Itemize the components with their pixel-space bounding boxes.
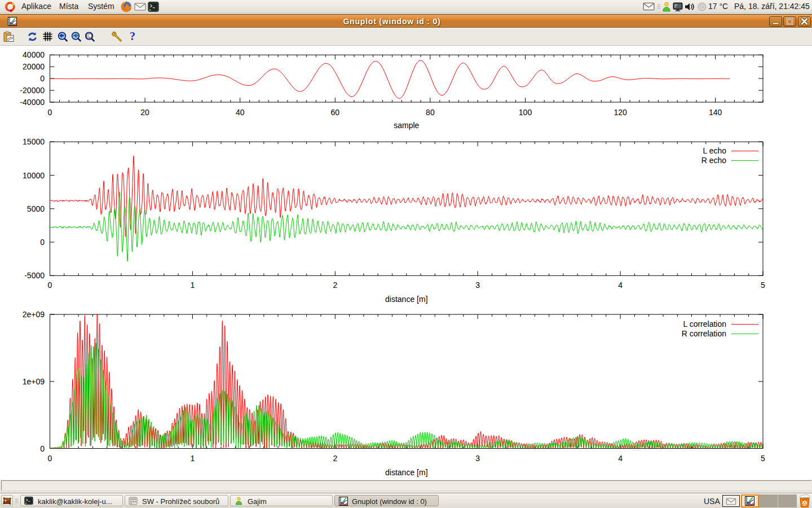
svg-text:-40000: -40000 (20, 98, 45, 107)
svg-text:2: 2 (333, 281, 337, 290)
svg-text:2: 2 (333, 454, 337, 463)
svg-text:1: 1 (191, 281, 195, 290)
svg-text:0: 0 (40, 444, 45, 453)
svg-text:R echo: R echo (701, 156, 727, 165)
svg-text:20: 20 (140, 108, 149, 117)
svg-text:0: 0 (40, 74, 45, 83)
svg-text:120: 120 (614, 108, 627, 117)
svg-text:sample: sample (394, 121, 419, 130)
svg-text:15000: 15000 (23, 137, 45, 146)
svg-text:140: 140 (709, 108, 722, 117)
svg-text:L correlation: L correlation (683, 319, 726, 329)
svg-text:0: 0 (40, 238, 45, 247)
svg-text:0: 0 (48, 281, 52, 290)
svg-text:1e+09: 1e+09 (23, 377, 45, 386)
svg-text:4: 4 (618, 281, 623, 290)
svg-text:-5000: -5000 (24, 271, 45, 280)
svg-text:60: 60 (331, 108, 340, 117)
svg-text:4: 4 (618, 454, 623, 463)
svg-text:L echo: L echo (703, 146, 726, 155)
svg-text:40: 40 (236, 108, 245, 117)
svg-text:R correlation: R correlation (682, 329, 726, 338)
svg-text:20000: 20000 (23, 62, 45, 71)
svg-text:-20000: -20000 (20, 86, 45, 95)
svg-text:0: 0 (48, 454, 52, 463)
svg-text:2e+09: 2e+09 (23, 310, 45, 319)
svg-text:3: 3 (475, 454, 480, 463)
svg-text:0: 0 (48, 108, 52, 117)
svg-text:distance [m]: distance [m] (385, 468, 427, 477)
svg-text:100: 100 (519, 108, 532, 117)
svg-text:1: 1 (191, 454, 195, 463)
svg-text:5000: 5000 (27, 204, 45, 213)
svg-text:5: 5 (761, 281, 765, 290)
svg-text:5: 5 (761, 454, 765, 463)
svg-text:10000: 10000 (23, 171, 45, 180)
svg-text:distance [m]: distance [m] (385, 295, 427, 304)
svg-text:80: 80 (426, 108, 435, 117)
svg-text:40000: 40000 (23, 50, 45, 59)
svg-text:3: 3 (475, 281, 480, 290)
